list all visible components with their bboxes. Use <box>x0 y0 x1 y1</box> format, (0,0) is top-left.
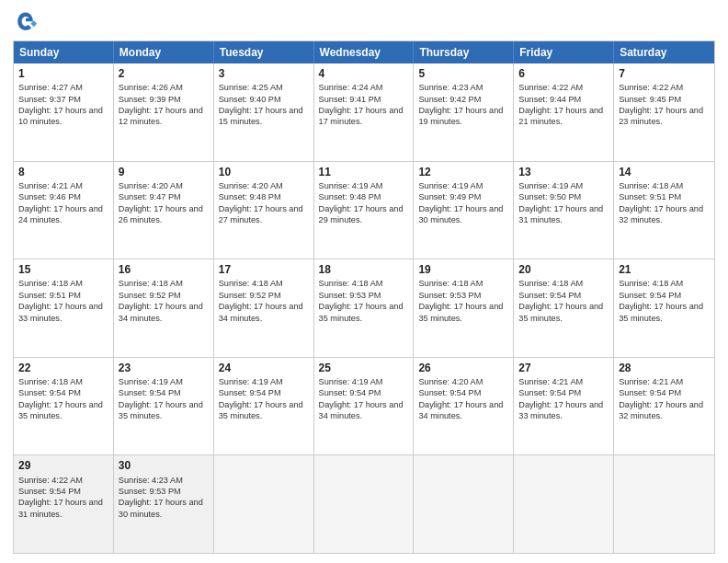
day-number: 1 <box>18 66 108 81</box>
cell-sun-info: Sunrise: 4:21 AM Sunset: 9:54 PM Dayligh… <box>619 376 710 422</box>
day-number: 3 <box>219 66 309 81</box>
cell-sun-info: Sunrise: 4:27 AM Sunset: 9:37 PM Dayligh… <box>18 82 108 128</box>
cell-sun-info: Sunrise: 4:18 AM Sunset: 9:52 PM Dayligh… <box>119 278 209 324</box>
cal-cell: 27Sunrise: 4:21 AM Sunset: 9:54 PM Dayli… <box>514 358 614 455</box>
logo <box>13 9 42 35</box>
cell-sun-info: Sunrise: 4:18 AM Sunset: 9:53 PM Dayligh… <box>418 278 508 324</box>
cal-cell: 14Sunrise: 4:18 AM Sunset: 9:51 PM Dayli… <box>614 162 714 259</box>
day-number: 25 <box>319 361 409 375</box>
day-number: 27 <box>518 361 609 375</box>
cal-cell: 7Sunrise: 4:22 AM Sunset: 9:45 PM Daylig… <box>614 63 714 161</box>
cell-sun-info: Sunrise: 4:22 AM Sunset: 9:45 PM Dayligh… <box>619 82 710 128</box>
cell-sun-info: Sunrise: 4:19 AM Sunset: 9:50 PM Dayligh… <box>518 180 609 226</box>
cell-sun-info: Sunrise: 4:21 AM Sunset: 9:46 PM Dayligh… <box>18 180 108 226</box>
day-number: 16 <box>119 262 209 277</box>
cell-sun-info: Sunrise: 4:18 AM Sunset: 9:52 PM Dayligh… <box>219 278 309 324</box>
day-number: 10 <box>219 165 309 179</box>
day-number: 26 <box>418 361 508 375</box>
cell-sun-info: Sunrise: 4:18 AM Sunset: 9:51 PM Dayligh… <box>18 278 108 324</box>
day-number: 4 <box>319 66 409 81</box>
day-number: 19 <box>418 262 508 277</box>
day-number: 7 <box>619 66 710 81</box>
day-number: 17 <box>219 262 309 277</box>
day-number: 30 <box>119 458 209 473</box>
day-number: 21 <box>619 262 710 277</box>
cal-cell: 15Sunrise: 4:18 AM Sunset: 9:51 PM Dayli… <box>14 259 114 357</box>
cal-cell: 20Sunrise: 4:18 AM Sunset: 9:54 PM Dayli… <box>514 259 614 357</box>
page: SundayMondayTuesdayWednesdayThursdayFrid… <box>0 0 728 563</box>
cal-cell <box>514 455 614 553</box>
day-number: 28 <box>619 361 710 375</box>
cal-cell: 25Sunrise: 4:19 AM Sunset: 9:54 PM Dayli… <box>314 358 415 455</box>
day-number: 24 <box>219 361 309 375</box>
day-number: 18 <box>319 262 409 277</box>
logo-icon <box>13 9 39 35</box>
header <box>13 9 715 35</box>
cal-cell: 6Sunrise: 4:22 AM Sunset: 9:44 PM Daylig… <box>514 63 614 161</box>
cal-header-friday: Friday <box>514 41 614 63</box>
day-number: 12 <box>418 165 508 179</box>
cell-sun-info: Sunrise: 4:18 AM Sunset: 9:53 PM Dayligh… <box>319 278 409 324</box>
cal-cell: 28Sunrise: 4:21 AM Sunset: 9:54 PM Dayli… <box>614 358 714 455</box>
cal-cell: 13Sunrise: 4:19 AM Sunset: 9:50 PM Dayli… <box>514 162 614 259</box>
cell-sun-info: Sunrise: 4:19 AM Sunset: 9:54 PM Dayligh… <box>219 376 309 422</box>
cal-cell <box>214 455 314 553</box>
calendar-body: 1Sunrise: 4:27 AM Sunset: 9:37 PM Daylig… <box>14 63 714 553</box>
cell-sun-info: Sunrise: 4:26 AM Sunset: 9:39 PM Dayligh… <box>119 82 209 128</box>
cal-cell: 22Sunrise: 4:18 AM Sunset: 9:54 PM Dayli… <box>14 358 114 455</box>
cal-header-saturday: Saturday <box>614 41 714 63</box>
day-number: 8 <box>18 165 108 179</box>
day-number: 6 <box>518 66 609 81</box>
day-number: 2 <box>119 66 209 81</box>
day-number: 9 <box>119 165 209 179</box>
cal-cell: 3Sunrise: 4:25 AM Sunset: 9:40 PM Daylig… <box>214 63 314 161</box>
cal-cell: 30Sunrise: 4:23 AM Sunset: 9:53 PM Dayli… <box>114 455 214 553</box>
day-number: 22 <box>18 361 108 375</box>
cal-cell: 29Sunrise: 4:22 AM Sunset: 9:54 PM Dayli… <box>14 455 114 553</box>
cal-week-5: 29Sunrise: 4:22 AM Sunset: 9:54 PM Dayli… <box>14 455 714 553</box>
cal-week-4: 22Sunrise: 4:18 AM Sunset: 9:54 PM Dayli… <box>14 358 714 456</box>
cal-cell: 21Sunrise: 4:18 AM Sunset: 9:54 PM Dayli… <box>614 259 714 357</box>
cal-cell: 26Sunrise: 4:20 AM Sunset: 9:54 PM Dayli… <box>414 358 514 455</box>
cal-header-tuesday: Tuesday <box>214 41 314 63</box>
cal-week-1: 1Sunrise: 4:27 AM Sunset: 9:37 PM Daylig… <box>14 63 714 162</box>
cal-cell: 17Sunrise: 4:18 AM Sunset: 9:52 PM Dayli… <box>214 259 314 357</box>
day-number: 29 <box>18 458 108 473</box>
cal-header-sunday: Sunday <box>14 41 114 63</box>
cal-cell: 2Sunrise: 4:26 AM Sunset: 9:39 PM Daylig… <box>114 63 214 161</box>
day-number: 13 <box>518 165 609 179</box>
cal-week-2: 8Sunrise: 4:21 AM Sunset: 9:46 PM Daylig… <box>14 162 714 260</box>
cal-cell: 8Sunrise: 4:21 AM Sunset: 9:46 PM Daylig… <box>14 162 114 259</box>
cell-sun-info: Sunrise: 4:23 AM Sunset: 9:53 PM Dayligh… <box>119 475 209 521</box>
cal-cell <box>614 455 714 553</box>
day-number: 5 <box>418 66 508 81</box>
cal-week-3: 15Sunrise: 4:18 AM Sunset: 9:51 PM Dayli… <box>14 259 714 358</box>
cell-sun-info: Sunrise: 4:23 AM Sunset: 9:42 PM Dayligh… <box>418 82 508 128</box>
cal-cell: 1Sunrise: 4:27 AM Sunset: 9:37 PM Daylig… <box>14 63 114 161</box>
calendar: SundayMondayTuesdayWednesdayThursdayFrid… <box>13 40 715 554</box>
calendar-header-row: SundayMondayTuesdayWednesdayThursdayFrid… <box>14 41 714 63</box>
cell-sun-info: Sunrise: 4:22 AM Sunset: 9:44 PM Dayligh… <box>518 82 609 128</box>
cal-cell: 18Sunrise: 4:18 AM Sunset: 9:53 PM Dayli… <box>314 259 415 357</box>
cal-cell: 4Sunrise: 4:24 AM Sunset: 9:41 PM Daylig… <box>314 63 415 161</box>
cell-sun-info: Sunrise: 4:25 AM Sunset: 9:40 PM Dayligh… <box>219 82 309 128</box>
cell-sun-info: Sunrise: 4:19 AM Sunset: 9:48 PM Dayligh… <box>319 180 409 226</box>
cell-sun-info: Sunrise: 4:20 AM Sunset: 9:48 PM Dayligh… <box>219 180 309 226</box>
cell-sun-info: Sunrise: 4:21 AM Sunset: 9:54 PM Dayligh… <box>518 376 609 422</box>
cal-cell: 24Sunrise: 4:19 AM Sunset: 9:54 PM Dayli… <box>214 358 314 455</box>
cal-cell: 9Sunrise: 4:20 AM Sunset: 9:47 PM Daylig… <box>114 162 214 259</box>
cal-cell: 11Sunrise: 4:19 AM Sunset: 9:48 PM Dayli… <box>314 162 415 259</box>
cell-sun-info: Sunrise: 4:18 AM Sunset: 9:51 PM Dayligh… <box>619 180 710 226</box>
cell-sun-info: Sunrise: 4:19 AM Sunset: 9:54 PM Dayligh… <box>319 376 409 422</box>
cal-cell <box>414 455 514 553</box>
cal-cell: 5Sunrise: 4:23 AM Sunset: 9:42 PM Daylig… <box>414 63 514 161</box>
cal-cell: 23Sunrise: 4:19 AM Sunset: 9:54 PM Dayli… <box>114 358 214 455</box>
cal-cell: 10Sunrise: 4:20 AM Sunset: 9:48 PM Dayli… <box>214 162 314 259</box>
cell-sun-info: Sunrise: 4:20 AM Sunset: 9:47 PM Dayligh… <box>119 180 209 226</box>
cal-header-wednesday: Wednesday <box>314 41 415 63</box>
cell-sun-info: Sunrise: 4:18 AM Sunset: 9:54 PM Dayligh… <box>18 376 108 422</box>
cell-sun-info: Sunrise: 4:18 AM Sunset: 9:54 PM Dayligh… <box>619 278 710 324</box>
cell-sun-info: Sunrise: 4:18 AM Sunset: 9:54 PM Dayligh… <box>518 278 609 324</box>
day-number: 23 <box>119 361 209 375</box>
cal-header-thursday: Thursday <box>414 41 514 63</box>
